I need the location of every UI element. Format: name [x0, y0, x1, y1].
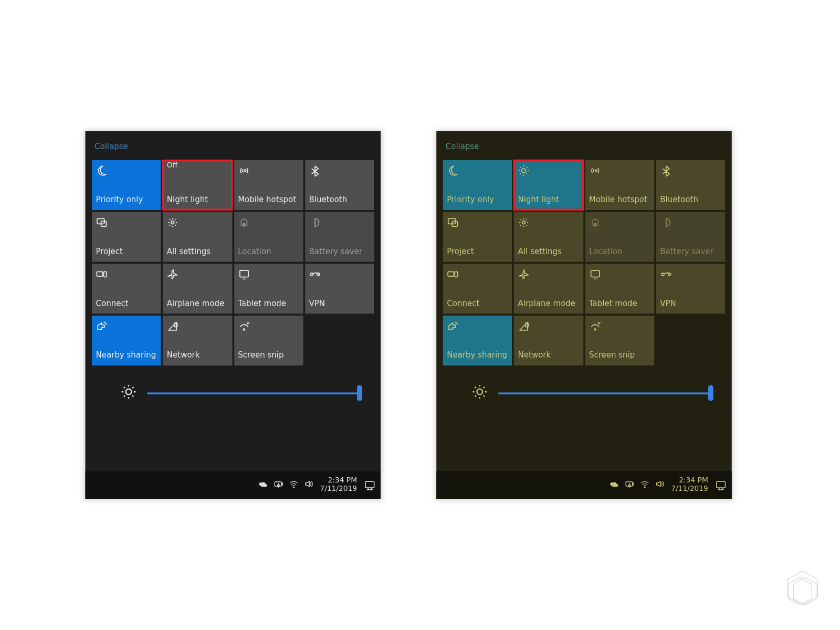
clock[interactable]: 2:34 PM 7/11/2019 [320, 477, 357, 494]
tile-status: Off [167, 162, 228, 170]
tile-label: Network [167, 351, 228, 360]
tile-nearby-sharing[interactable]: Nearby sharing [92, 316, 161, 365]
bluetooth-icon [309, 164, 370, 177]
tile-label: Project [96, 248, 158, 257]
quick-action-grid: Priority only Off Night light Mobile hot… [92, 160, 374, 365]
tile-screen-snip[interactable]: Screen snip [585, 316, 654, 365]
tile-tablet-mode[interactable]: Tablet mode [585, 264, 654, 314]
tile-label: Airplane mode [167, 299, 228, 308]
slider-thumb[interactable] [357, 385, 362, 401]
connect-icon [96, 268, 158, 281]
tile-label: Screen snip [589, 351, 650, 360]
tile-battery-saver[interactable]: Battery saver [305, 212, 374, 262]
tile-tablet-mode[interactable]: Tablet mode [234, 264, 303, 314]
tile-label: VPN [309, 299, 370, 308]
vpn-icon [309, 268, 370, 281]
tile-connect[interactable]: Connect [92, 264, 161, 314]
tile-airplane-mode[interactable]: Airplane mode [514, 264, 583, 314]
tile-project[interactable]: Project [92, 212, 161, 262]
tile-nearby-sharing[interactable]: Nearby sharing [443, 316, 512, 365]
tile-label: Night light [167, 196, 228, 205]
tile-label: Mobile hotspot [238, 196, 299, 205]
tile-label: Screen snip [238, 351, 299, 360]
tile-label: All settings [518, 248, 580, 257]
connect-icon [447, 268, 508, 281]
vpn-icon [660, 268, 721, 281]
airplane-icon [518, 268, 580, 281]
leaf-icon [309, 216, 370, 229]
share-icon [447, 320, 508, 333]
tile-network[interactable]: Network [163, 316, 232, 365]
tile-vpn[interactable]: VPN [656, 264, 726, 314]
tile-label: Bluetooth [309, 196, 370, 205]
network-icon [167, 320, 228, 333]
tile-label: Nearby sharing [96, 351, 158, 360]
tile-label: Tablet mode [589, 299, 650, 308]
action-center-icon[interactable] [715, 479, 727, 491]
watermark-logo [780, 567, 826, 616]
tile-all-settings[interactable]: All settings [514, 212, 583, 262]
clock[interactable]: 2:34 PM 7/11/2019 [671, 477, 708, 494]
tile-label: Connect [96, 299, 158, 308]
svg-marker-19 [788, 578, 812, 605]
tile-vpn[interactable]: VPN [305, 264, 374, 314]
tile-location[interactable]: Location [585, 212, 654, 262]
hotspot-icon [238, 164, 299, 177]
tile-label: Nearby sharing [447, 351, 508, 360]
tile-priority-only[interactable]: Priority only [443, 160, 512, 210]
onedrive-icon[interactable] [258, 479, 268, 491]
svg-marker-18 [788, 571, 818, 605]
tile-label: Connect [447, 299, 508, 308]
brightness-slider[interactable] [443, 365, 726, 402]
system-tray[interactable] [610, 479, 665, 491]
system-tray[interactable] [258, 479, 313, 491]
tile-label: Network [518, 351, 580, 360]
moon-icon [96, 164, 158, 177]
slider-track[interactable] [498, 392, 713, 394]
tile-label: Priority only [96, 196, 158, 205]
brightness-icon [472, 384, 488, 402]
tile-label: Location [238, 248, 299, 257]
volume-icon[interactable] [655, 479, 665, 491]
tile-battery-saver[interactable]: Battery saver [656, 212, 726, 262]
wifi-icon[interactable] [288, 479, 298, 491]
hotspot-icon [589, 164, 650, 177]
tablet-icon [238, 268, 299, 281]
tile-connect[interactable]: Connect [443, 264, 512, 314]
tile-network[interactable]: Network [514, 316, 583, 365]
tile-bluetooth[interactable]: Bluetooth [305, 160, 374, 210]
tile-night-light[interactable]: Off Night light [163, 160, 232, 210]
clock-time: 2:34 PM [679, 477, 708, 485]
tile-mobile-hotspot[interactable]: Mobile hotspot [585, 160, 654, 210]
slider-track[interactable] [147, 392, 362, 394]
svg-marker-20 [793, 578, 817, 605]
wifi-icon[interactable] [639, 479, 649, 491]
tile-bluetooth[interactable]: Bluetooth [656, 160, 726, 210]
tile-mobile-hotspot[interactable]: Mobile hotspot [234, 160, 303, 210]
volume-icon[interactable] [303, 479, 313, 491]
tile-airplane-mode[interactable]: Airplane mode [163, 264, 232, 314]
tile-label: Battery saver [660, 248, 721, 257]
collapse-link[interactable]: Collapse [92, 138, 374, 161]
tile-location[interactable]: Location [234, 212, 303, 262]
quick-action-grid: Priority only Night light Mobile hotspot… [443, 160, 726, 365]
location-icon [589, 216, 650, 229]
bluetooth-icon [660, 164, 721, 177]
tile-screen-snip[interactable]: Screen snip [234, 316, 303, 365]
brightness-slider[interactable] [92, 365, 374, 402]
collapse-link[interactable]: Collapse [443, 138, 726, 161]
tile-night-light[interactable]: Night light [514, 160, 583, 210]
slider-thumb[interactable] [708, 385, 713, 401]
tile-label: Project [447, 248, 508, 257]
battery-icon[interactable] [274, 479, 284, 491]
tile-project[interactable]: Project [443, 212, 512, 262]
onedrive-icon[interactable] [610, 479, 620, 491]
location-icon [238, 216, 299, 229]
project-icon [447, 216, 508, 229]
tile-label: All settings [167, 248, 228, 257]
tile-all-settings[interactable]: All settings [163, 212, 232, 262]
battery-icon[interactable] [624, 479, 634, 491]
gear-icon [167, 216, 228, 229]
action-center-icon[interactable] [364, 479, 376, 491]
tile-priority-only[interactable]: Priority only [92, 160, 161, 210]
